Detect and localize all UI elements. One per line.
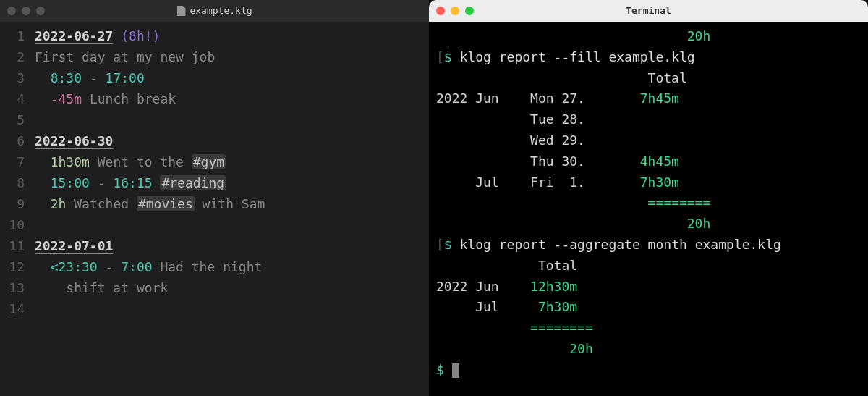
line-number: 2 xyxy=(0,47,25,68)
terminal-line: Total xyxy=(436,256,861,277)
report-separator: ======== xyxy=(436,195,710,210)
traffic-lights xyxy=(7,7,45,15)
prompt-symbol: $ xyxy=(444,237,460,252)
report-total: 20h xyxy=(436,28,710,43)
code-token: (8h!) xyxy=(121,28,160,43)
code-line[interactable]: 2022-07-01 xyxy=(35,236,429,257)
code-line[interactable]: 2022-06-30 xyxy=(35,131,429,152)
terminal-line: Jul Fri 1. 7h30m xyxy=(436,172,861,193)
terminal-titlebar: Terminal xyxy=(429,0,868,22)
traffic-lights xyxy=(436,7,474,15)
code-token xyxy=(35,154,51,169)
terminal-text: Wed 29. xyxy=(436,132,585,148)
cursor-icon xyxy=(452,363,459,378)
code-token: Went to the xyxy=(90,154,192,169)
code-token: #movies xyxy=(137,196,195,211)
terminal-line: 20h xyxy=(436,214,861,235)
code-token xyxy=(35,91,51,106)
report-total: 20h xyxy=(436,341,593,356)
code-line[interactable] xyxy=(35,299,429,320)
terminal-line: 20h xyxy=(436,26,861,47)
code-token: 7:00 xyxy=(121,259,152,274)
editor-title: example.klg xyxy=(176,4,252,19)
code-area[interactable]: 2022-06-27 (8h!)First day at my new job … xyxy=(35,26,429,396)
line-number: 14 xyxy=(0,299,25,320)
code-token: shift at work xyxy=(35,280,168,295)
terminal-line: ======== xyxy=(436,193,861,214)
editor-titlebar: example.klg xyxy=(0,0,429,22)
code-line[interactable]: 2022-06-27 (8h!) xyxy=(35,26,429,47)
code-token: Watched xyxy=(66,196,137,211)
terminal-text: 2022 Jun xyxy=(436,279,530,294)
code-line[interactable]: 15:00 - 16:15 #reading xyxy=(35,173,429,194)
line-number: 1 xyxy=(0,26,25,47)
prompt-symbol: $ xyxy=(444,49,460,64)
prompt-symbol: $ xyxy=(436,362,452,377)
terminal-line: 2022 Jun 12h30m xyxy=(436,277,861,298)
code-line[interactable]: 2h Watched #movies with Sam xyxy=(35,194,429,215)
terminal-text: Jul Fri 1. xyxy=(436,174,616,190)
line-number: 8 xyxy=(0,173,25,194)
minimize-icon[interactable] xyxy=(22,7,30,15)
code-token: Lunch break xyxy=(82,91,176,106)
code-token: First day at my new job xyxy=(35,49,215,64)
code-token: 1h30m xyxy=(51,154,90,169)
close-icon[interactable] xyxy=(7,7,16,15)
code-line[interactable]: First day at my new job xyxy=(35,47,429,68)
code-token: -45m xyxy=(51,91,82,106)
line-number: 11 xyxy=(0,236,25,257)
prompt-bracket: [ xyxy=(436,49,444,64)
editor-window: example.klg 1234567891011121314 2022-06-… xyxy=(0,0,429,396)
terminal-title-text: Terminal xyxy=(626,4,671,19)
code-token: - xyxy=(98,259,122,274)
terminal-line[interactable]: [$ klog report --fill example.klg xyxy=(436,47,861,68)
code-line[interactable]: shift at work xyxy=(35,278,429,299)
file-icon xyxy=(176,6,185,16)
code-token: Had the night xyxy=(153,259,263,274)
code-token: #gym xyxy=(192,154,226,169)
editor-body[interactable]: 1234567891011121314 2022-06-27 (8h!)Firs… xyxy=(0,22,429,396)
terminal-line: Total xyxy=(436,68,861,89)
code-token: 15:00 xyxy=(51,175,90,190)
code-token: 16:15 xyxy=(113,175,152,190)
terminal-line: Tue 28. xyxy=(436,109,861,130)
report-value: 7h30m xyxy=(616,174,679,190)
code-line[interactable]: 8:30 - 17:00 xyxy=(35,68,429,89)
code-line[interactable] xyxy=(35,110,429,131)
line-number: 13 xyxy=(0,278,25,299)
code-token xyxy=(113,28,121,43)
report-header: Total xyxy=(436,70,687,85)
code-token: 2022-06-30 xyxy=(35,133,113,148)
code-token: #reading xyxy=(160,175,226,190)
report-value: 4h45m xyxy=(616,153,679,169)
terminal-body[interactable]: 20h[$ klog report --fill example.klg Tot… xyxy=(429,22,868,396)
line-number: 6 xyxy=(0,131,25,152)
code-token: 2h xyxy=(51,196,67,211)
line-number: 4 xyxy=(0,89,25,110)
terminal-line: ======== xyxy=(436,318,861,339)
terminal-line[interactable]: $ xyxy=(436,360,861,381)
code-line[interactable]: 1h30m Went to the #gym xyxy=(35,152,429,173)
zoom-icon[interactable] xyxy=(36,7,45,15)
report-separator: ======== xyxy=(436,320,593,335)
zoom-icon[interactable] xyxy=(465,7,474,15)
terminal-line: 2022 Jun Mon 27. 7h45m xyxy=(436,88,861,109)
terminal-title: Terminal xyxy=(626,4,671,19)
report-value: 7h30m xyxy=(530,299,577,314)
code-token: with Sam xyxy=(195,196,265,211)
code-line[interactable]: <23:30 - 7:00 Had the night xyxy=(35,257,429,278)
code-token xyxy=(153,175,161,190)
code-line[interactable] xyxy=(35,215,429,236)
terminal-text: Jul xyxy=(436,299,530,314)
minimize-icon[interactable] xyxy=(451,7,459,15)
line-number: 7 xyxy=(0,152,25,173)
code-token: - xyxy=(90,175,114,190)
terminal-text: Thu 30. xyxy=(436,153,616,169)
report-value: 7h45m xyxy=(616,90,679,106)
code-token: - xyxy=(82,70,106,85)
terminal-line: Thu 30. 4h45m xyxy=(436,151,861,172)
close-icon[interactable] xyxy=(436,7,445,15)
code-line[interactable]: -45m Lunch break xyxy=(35,89,429,110)
terminal-line[interactable]: [$ klog report --aggregate month example… xyxy=(436,235,861,256)
report-total: 20h xyxy=(436,216,710,231)
